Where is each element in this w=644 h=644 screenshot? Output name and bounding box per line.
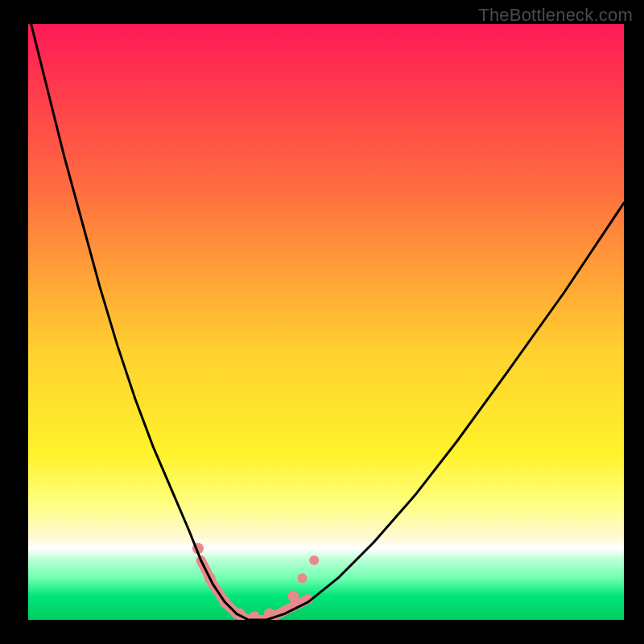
plot-background-gradient: [28, 24, 624, 620]
watermark-text: TheBottleneck.com: [478, 5, 633, 26]
chart-container: TheBottleneck.com: [0, 0, 644, 644]
marker-dot: [297, 573, 307, 583]
bottleneck-curve-chart: [0, 0, 644, 644]
marker-dot: [287, 590, 299, 601]
marker-dot: [309, 555, 319, 565]
